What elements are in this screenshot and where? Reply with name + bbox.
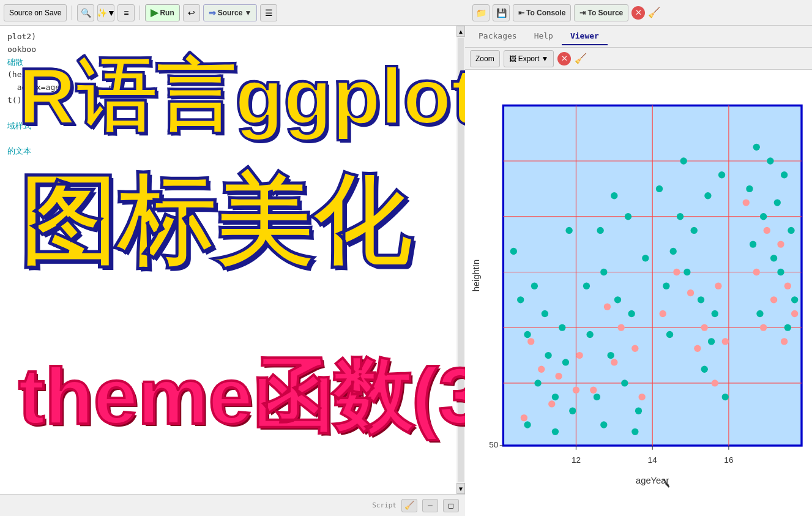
search-button[interactable]: 🔍 (77, 4, 94, 21)
svg-point-68 (548, 400, 555, 407)
svg-point-47 (680, 157, 687, 164)
run-arrow-icon: ▶ (151, 7, 158, 18)
maximize-button[interactable]: □ (443, 499, 459, 512)
svg-point-11 (545, 352, 551, 359)
separator-1 (72, 6, 72, 20)
source-button[interactable]: ⇒ Source ▼ (203, 4, 258, 21)
plot-area: heightIn 50 12 14 16 ageYear (465, 70, 812, 516)
source-label: Source (218, 9, 243, 17)
svg-point-46 (718, 171, 725, 178)
to-console-button[interactable]: ⇤ To Console (513, 4, 571, 21)
svg-point-91 (784, 282, 791, 289)
svg-point-81 (701, 324, 708, 331)
left-panel: plot2) ookboo 础散 (heig aes(x=ageYe heig … (0, 26, 465, 516)
close-icon: ✕ (635, 8, 642, 17)
svg-point-63 (791, 296, 798, 303)
plot-container: heightIn 50 12 14 16 ageYear (465, 70, 812, 516)
svg-point-49 (666, 331, 673, 338)
minimize-button[interactable]: — (422, 499, 438, 512)
to-source-button[interactable]: ⇥ To Source (574, 4, 628, 21)
code-comment-1: 域样式 (7, 120, 458, 133)
svg-point-59 (788, 227, 794, 234)
svg-point-36 (631, 428, 638, 435)
svg-point-55 (781, 171, 788, 178)
svg-point-23 (600, 269, 607, 275)
export-label: Export (518, 54, 540, 63)
svg-point-94 (760, 324, 767, 331)
svg-point-65 (784, 324, 791, 331)
save-icon: 💾 (496, 8, 507, 18)
zoom-button[interactable]: Zoom (470, 50, 500, 67)
svg-point-80 (687, 290, 694, 296)
right-toolbar: 📁 💾 ⇤ To Console ⇥ To Source ✕ 🧹 (472, 4, 808, 21)
separator-2 (140, 6, 140, 20)
broom-icon: 🧹 (648, 7, 660, 18)
svg-point-69 (521, 414, 527, 421)
tab-help[interactable]: Help (526, 28, 562, 45)
y-axis-label: heightIn (471, 260, 481, 291)
svg-point-15 (517, 296, 524, 303)
svg-point-37 (600, 421, 607, 428)
code-comment-2: 的文本 (7, 145, 458, 158)
code-bottom-bar: Script 🧹 — □ (0, 494, 465, 516)
right-tabs: Packages Help Viewer (465, 26, 812, 48)
svg-point-34 (583, 282, 590, 289)
wand-button[interactable]: ✨▼ (97, 4, 114, 21)
menu-button[interactable]: ☰ (260, 4, 277, 21)
export-button[interactable]: 🖼 Export ▼ (504, 50, 554, 67)
broom-button[interactable]: 🧹 (648, 7, 660, 18)
x-tick-12: 12 (572, 455, 581, 465)
svg-point-86 (712, 380, 718, 386)
run-button[interactable]: ▶ Run (145, 4, 179, 21)
maximize-icon: □ (449, 501, 453, 510)
clear-icon: 🧹 (404, 501, 414, 510)
svg-point-95 (781, 338, 788, 345)
tab-viewer[interactable]: Viewer (562, 28, 608, 45)
svg-point-45 (663, 282, 669, 289)
code-line-4: (heig (7, 69, 458, 81)
svg-point-76 (590, 387, 597, 394)
code-editor[interactable]: plot2) ookboo 础散 (heig aes(x=ageYe heig … (0, 26, 465, 163)
svg-point-25 (628, 310, 635, 317)
svg-point-84 (694, 345, 701, 352)
to-console-label: To Console (526, 9, 565, 17)
folder-button[interactable]: 📁 (472, 4, 490, 21)
svg-point-44 (712, 310, 718, 317)
source-on-save-button[interactable]: Source on Save (4, 4, 67, 21)
code-format-button[interactable]: ≡ (117, 4, 135, 21)
undo-button[interactable]: ↩ (183, 4, 200, 21)
overlay-line3: theme函数(3) (18, 356, 465, 436)
close-button[interactable]: ✕ (631, 6, 645, 20)
svg-point-56 (746, 185, 753, 192)
svg-point-90 (753, 269, 760, 275)
svg-point-92 (770, 296, 777, 303)
svg-point-22 (510, 248, 517, 255)
code-line-5: aes(x=ageYe heig ro (7, 81, 458, 94)
svg-point-38 (677, 213, 683, 220)
svg-point-75 (611, 359, 617, 365)
plot-toolbar: Zoom 🖼 Export ▼ ✕ 🧹 (465, 48, 812, 70)
svg-point-72 (576, 352, 583, 359)
zoom-label: Zoom (475, 54, 494, 63)
search-icon: 🔍 (81, 8, 91, 18)
run-label: Run (160, 9, 174, 17)
svg-point-33 (625, 213, 631, 220)
svg-point-14 (569, 408, 576, 414)
left-toolbar: Source on Save 🔍 ✨▼ ≡ ▶ Run ↩ ⇒ Source ▼… (4, 4, 469, 21)
scroll-down-button[interactable]: ▼ (456, 483, 465, 494)
clear-button[interactable]: 🧹 (401, 499, 417, 512)
plot-close-icon: ✕ (561, 54, 568, 63)
right-panel: Packages Help Viewer Zoom 🖼 Export ▼ ✕ 🧹 (465, 26, 812, 516)
scatter-plot: heightIn 50 12 14 16 ageYear (465, 70, 812, 516)
svg-point-64 (756, 310, 763, 317)
svg-point-50 (708, 338, 715, 345)
svg-point-12 (552, 394, 559, 400)
to-source-icon: ⇥ (579, 9, 586, 17)
tab-packages[interactable]: Packages (470, 28, 526, 45)
save-button[interactable]: 💾 (493, 4, 510, 21)
code-line-2: ookboo (7, 43, 458, 56)
plot-broom-button[interactable]: 🧹 (575, 53, 587, 64)
svg-point-62 (777, 269, 784, 275)
svg-point-13 (562, 359, 569, 365)
plot-close-button[interactable]: ✕ (557, 52, 571, 65)
